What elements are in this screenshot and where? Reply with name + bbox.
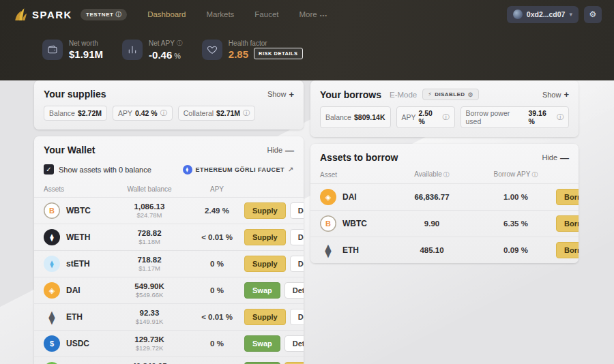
lightning-icon: ⚡ <box>428 91 432 97</box>
more-dots-icon: ••• <box>320 12 327 18</box>
assets-to-borrow-hide-toggle[interactable]: Hide — <box>542 153 569 163</box>
borrow-button[interactable]: Borrow <box>556 215 579 232</box>
balance-cell: 549.90K$549.66K <box>109 282 190 299</box>
swap-button[interactable]: Swap <box>244 282 280 299</box>
wallet-balance-value: 728.82 <box>109 229 190 237</box>
summary-pill: APY0.42 %ⓘ <box>113 106 173 121</box>
net-worth-stat: Net worth $1.91M <box>42 39 103 61</box>
supply-button[interactable]: Supply <box>244 202 286 219</box>
info-icon[interactable]: ⓘ <box>443 171 450 178</box>
swap-button[interactable]: Swap <box>244 335 280 352</box>
show-zero-balance-checkbox[interactable]: ✓ Show assets with 0 balance <box>44 164 151 175</box>
apy-value: 0 % <box>190 286 244 294</box>
net-apy-value: -0.46 <box>149 49 172 61</box>
supply-button[interactable]: Supply <box>244 229 286 245</box>
your-wallet-panel: Your Wallet Hide — ✓ Show assets with 0 … <box>34 136 304 364</box>
table-row: BWBTC9.906.35 %BorrowDetails <box>310 210 579 237</box>
eth-coin-icon: ⧫ <box>44 309 60 325</box>
nav-item-markets[interactable]: Markets <box>206 10 234 18</box>
column-apy: APY <box>190 185 244 193</box>
health-factor-label: Health factor <box>229 40 267 47</box>
supplies-show-toggle[interactable]: Show + <box>267 89 294 100</box>
balance-cell: 1,086.13$24.78M <box>109 202 190 219</box>
wallet-hide-toggle[interactable]: Hide — <box>267 145 294 155</box>
check-icon: ✓ <box>46 166 51 173</box>
info-icon[interactable]: ⓘ <box>160 108 167 118</box>
pill-label: Balance <box>325 113 351 121</box>
details-button[interactable]: Details <box>290 256 304 272</box>
asset-symbol: WETH <box>66 232 90 242</box>
column-available: Available <box>414 170 441 178</box>
wallet-address: 0xd2...cd07 <box>527 10 566 18</box>
spark-logo[interactable]: SPARK <box>14 7 72 22</box>
pill-value: 39.16 % <box>529 109 554 125</box>
toggle-label: Hide <box>542 153 557 162</box>
info-icon[interactable]: ⓘ <box>443 112 450 122</box>
account-stats: Net worth $1.91M Net APY ⓘ -0.46 % <box>0 29 614 61</box>
plus-icon: + <box>564 89 569 100</box>
info-icon[interactable]: ⓘ <box>531 171 538 178</box>
spark-flame-icon <box>14 7 27 22</box>
toggle-label: Hide <box>267 146 282 154</box>
wallet-balance-value: 92.33 <box>109 309 190 317</box>
pill-label: Borrow power used <box>466 109 526 125</box>
info-icon[interactable]: ⓘ <box>177 39 183 48</box>
plus-icon: + <box>289 89 294 100</box>
actions-cell: SupplyDetails <box>244 229 304 245</box>
supply-button[interactable]: Supply <box>244 256 286 272</box>
details-button[interactable]: Details <box>290 229 304 245</box>
table-row: BWBTC1,086.13$24.78M2.49 %SupplyDetails <box>34 197 304 224</box>
wallet-table-body: BWBTC1,086.13$24.78M2.49 %SupplyDetails⧫… <box>34 197 304 364</box>
checkbox-checked: ✓ <box>44 164 54 175</box>
wallet-address-button[interactable]: 0xd2...cd07 ▾ <box>507 6 579 23</box>
info-icon[interactable]: ⓘ <box>243 108 250 118</box>
asset-cell: ⧫WETH <box>44 229 109 245</box>
nav-item-more[interactable]: More ••• <box>299 10 328 18</box>
supply-button[interactable]: Supply <box>244 309 286 325</box>
asset-cell: $USDC <box>44 335 109 352</box>
settings-button[interactable]: ⚙ <box>584 6 602 23</box>
wallet-balance-value: 718.82 <box>109 256 190 264</box>
ethereum-gorli-faucet-link[interactable]: ⧫ ETHEREUM GÖRLI FAUCET ↗ <box>183 165 294 175</box>
eth-coin-icon: ⧫ <box>320 242 336 258</box>
wallet-balance-usd: $24.78M <box>109 211 190 219</box>
steth-coin-icon: ⧫ <box>44 256 60 272</box>
column-asset: Asset <box>320 171 388 179</box>
borrow-button[interactable]: Borrow <box>556 242 579 258</box>
external-link-icon: ↗ <box>288 166 294 173</box>
ethereum-icon: ⧫ <box>183 165 192 175</box>
wallet-balance-usd: $1.18M <box>109 238 190 245</box>
table-row: ⧫ETH92.33$149.91K< 0.01 %SupplyDetails <box>34 303 304 330</box>
brand-name: SPARK <box>32 9 72 20</box>
risk-details-button[interactable]: RISK DETAILS <box>254 48 303 59</box>
table-row: ⧫stETH718.82$1.17M0 %SupplyDetails <box>34 250 304 277</box>
emode-status-badge[interactable]: ⚡ DISABLED ⚙ <box>422 89 479 100</box>
wallet-table-header: Assets Wallet balance APY <box>34 183 304 197</box>
asset-cell: BWBTC <box>44 202 109 219</box>
heart-icon <box>202 40 222 60</box>
gear-icon: ⚙ <box>589 10 597 19</box>
borrow-button[interactable]: Borrow <box>556 189 579 205</box>
minus-icon: — <box>560 153 569 163</box>
info-icon[interactable]: ⓘ <box>557 112 564 122</box>
testnet-badge[interactable]: TESTNET ⓘ <box>81 9 127 20</box>
toggle-label: Show <box>267 90 287 98</box>
wallet-balance-usd: $1.17M <box>109 264 190 272</box>
details-button[interactable]: Details <box>284 282 304 299</box>
actions-cell: BorrowDetails <box>556 189 579 205</box>
details-button[interactable]: Details <box>284 335 304 352</box>
asset-cell: BWBTC <box>320 215 388 232</box>
apy-value: < 0.01 % <box>190 313 244 321</box>
supplies-title: Your supplies <box>44 89 106 100</box>
table-row: ◈sDAI40,840.95$40,892.491.00 % *SwapSupp… <box>34 357 304 364</box>
right-column: Your borrows E-Mode ⚡ DISABLED ⚙ Show + … <box>310 80 579 364</box>
nav-item-dashboard[interactable]: Dashboard <box>147 10 186 18</box>
pill-label: APY <box>402 113 416 121</box>
details-button[interactable]: Details <box>290 202 304 219</box>
borrows-show-toggle[interactable]: Show + <box>542 89 569 100</box>
asset-symbol: ETH <box>66 312 83 322</box>
details-button[interactable]: Details <box>290 309 304 325</box>
table-row: $USDC129.73K$129.72K0 %SwapDetails <box>34 330 304 357</box>
nav-item-faucet[interactable]: Faucet <box>254 10 278 18</box>
supplies-summary: Balance$2.72MAPY0.42 %ⓘCollateral$2.71Mⓘ <box>34 104 304 130</box>
